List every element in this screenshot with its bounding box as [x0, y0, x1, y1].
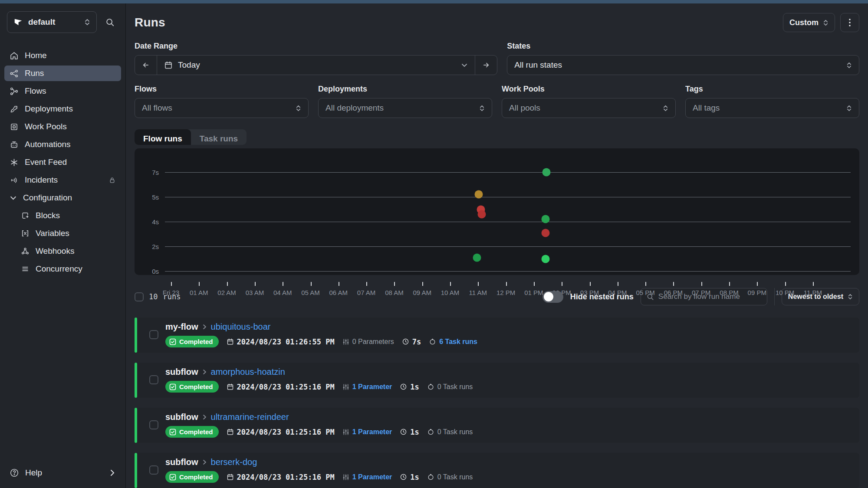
run-duration: 1s	[400, 473, 419, 481]
state-badge-label: Completed	[179, 428, 213, 436]
run-state-accent-bar	[135, 318, 137, 353]
run-checkbox[interactable]	[149, 420, 158, 429]
flow-run-point[interactable]	[541, 215, 549, 223]
date-range-preset-value: Custom	[789, 18, 819, 27]
sidebar-item-deployments[interactable]: Deployments	[4, 101, 121, 117]
sidebar-item-help[interactable]: Help	[4, 468, 121, 478]
sidebar-item-blocks[interactable]: Blocks	[16, 208, 121, 223]
run-checkbox[interactable]	[149, 330, 158, 339]
clock-icon	[400, 383, 407, 390]
run-flow-name[interactable]: subflow	[165, 457, 198, 467]
flow-run-point[interactable]	[478, 210, 486, 218]
more-options-button[interactable]	[840, 13, 859, 32]
run-name-link[interactable]: ubiquitous-boar	[211, 322, 271, 332]
sidebar-item-home[interactable]: Home	[4, 48, 121, 63]
tab-flow-runs[interactable]: Flow runs	[135, 129, 191, 145]
chart-xtick-label: 09 PM	[748, 289, 766, 296]
sidebar-item-label: Flows	[25, 86, 116, 96]
chevron-right-icon[interactable]	[109, 469, 116, 476]
state-badge[interactable]: Completed	[165, 471, 219, 483]
run-parameters-value: 1 Parameter	[352, 428, 392, 436]
run-timestamp-value: 2024/08/23 01:25:16 PM	[237, 383, 335, 391]
run-duration: 7s	[402, 337, 421, 346]
tags-select[interactable]: All tags	[685, 98, 859, 118]
work-pools-select[interactable]: All pools	[502, 98, 676, 118]
state-badge[interactable]: Completed	[165, 336, 219, 347]
chart-xtick-label: 07 AM	[357, 289, 376, 296]
run-flow-name[interactable]: subflow	[165, 412, 198, 422]
kebab-menu-icon	[849, 19, 851, 26]
hide-nested-runs-toggle[interactable]	[542, 291, 563, 303]
tags-label: Tags	[685, 85, 859, 94]
date-range-value-button[interactable]: Today	[157, 56, 475, 75]
sidebar-nav: HomeRunsFlowsDeploymentsWork PoolsAutoma…	[4, 48, 121, 277]
flow-run-point[interactable]	[473, 253, 481, 262]
chart-xtick-label: 04 PM	[608, 289, 627, 296]
sidebar-item-variables[interactable]: Variables	[16, 226, 121, 241]
chevron-down-icon	[461, 62, 468, 69]
run-name-link[interactable]: berserk-dog	[211, 457, 257, 467]
flows-select[interactable]: All flows	[135, 98, 309, 118]
chart-xtick-label: 06 PM	[664, 289, 683, 296]
sidebar-item-label: Home	[25, 51, 116, 60]
chart-xtick-mark	[785, 282, 786, 286]
run-parameters: 1 Parameter	[342, 383, 392, 391]
sidebar-item-runs[interactable]: Runs	[4, 66, 121, 81]
run-flow-name[interactable]: my-flow	[165, 322, 198, 332]
chart-xtick-mark	[813, 282, 814, 286]
flows-icon	[10, 87, 19, 96]
sidebar-item-event-feed[interactable]: Event Feed	[4, 154, 121, 170]
global-search-button[interactable]	[101, 13, 118, 31]
flow-run-point[interactable]	[541, 229, 549, 237]
date-range-preset-select[interactable]: Custom	[783, 13, 835, 32]
sidebar-item-label: Variables	[36, 229, 116, 238]
task-run-icon	[427, 428, 434, 436]
run-name-link[interactable]: ultramarine-reindeer	[211, 412, 289, 422]
chart-xtick-mark	[534, 282, 535, 286]
flow-run-point[interactable]	[475, 190, 483, 199]
run-flow-name[interactable]: subflow	[165, 367, 198, 377]
incidents-icon	[10, 176, 19, 185]
select-all-checkbox[interactable]	[135, 292, 144, 301]
run-name-link[interactable]: amorphous-hoatzin	[211, 367, 285, 377]
chart-gridline	[165, 197, 851, 197]
sidebar-item-flows[interactable]: Flows	[4, 83, 121, 99]
date-range-previous-button[interactable]	[135, 56, 157, 75]
sidebar-item-label: Configuration	[23, 193, 116, 203]
sliders-icon	[342, 383, 349, 390]
chevrons-up-down-icon	[846, 62, 852, 69]
flow-run-point[interactable]	[542, 168, 550, 177]
run-list-item: subflow ultramarine-reindeer Completed	[135, 408, 859, 443]
chevron-right-icon	[202, 414, 207, 420]
deployments-label: Deployments	[318, 85, 492, 94]
sidebar-item-webhooks[interactable]: Webhooks	[16, 243, 121, 259]
run-checkbox[interactable]	[149, 375, 158, 384]
sidebar-item-concurrency[interactable]: Concurrency	[16, 261, 121, 277]
sidebar-item-configuration[interactable]: Configuration	[4, 190, 121, 206]
sidebar-item-incidents[interactable]: Incidents	[4, 172, 121, 188]
chart-gridline	[165, 246, 851, 247]
chevron-right-icon	[202, 324, 207, 330]
runs-icon	[10, 69, 19, 78]
date-range-value: Today	[178, 60, 456, 70]
chart-ytick-label: 5s	[136, 193, 159, 201]
chart-xtick-mark	[255, 282, 256, 286]
state-badge[interactable]: Completed	[165, 381, 219, 393]
tab-task-runs[interactable]: Task runs	[191, 129, 247, 145]
workspace-selector[interactable]: default	[7, 11, 97, 33]
states-select[interactable]: All run states	[507, 55, 859, 75]
chart-xtick-mark	[450, 282, 451, 286]
run-task-runs-value: 0 Task runs	[437, 428, 473, 436]
sidebar-item-work-pools[interactable]: Work Pools	[4, 119, 121, 134]
state-badge-label: Completed	[179, 338, 213, 345]
chart-xtick-mark	[227, 282, 228, 286]
date-range-next-button[interactable]	[475, 56, 497, 75]
state-badge[interactable]: Completed	[165, 426, 219, 438]
flow-run-point[interactable]	[541, 255, 549, 263]
run-duration-value: 1s	[410, 383, 419, 391]
deployments-select[interactable]: All deployments	[318, 98, 492, 118]
sidebar-item-automations[interactable]: Automations	[4, 137, 121, 152]
run-checkbox[interactable]	[149, 465, 158, 475]
sidebar-item-label: Deployments	[25, 104, 116, 114]
automations-icon	[10, 140, 19, 149]
